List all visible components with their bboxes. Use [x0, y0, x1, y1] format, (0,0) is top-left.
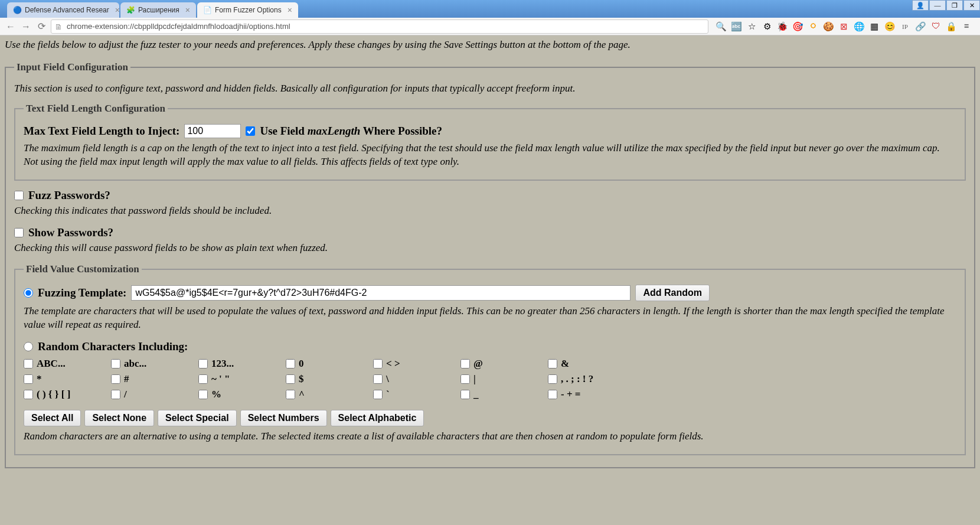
show-passwords-checkbox[interactable]	[14, 228, 24, 237]
extension-icon[interactable]: 🌐	[854, 21, 864, 32]
close-icon[interactable]: ×	[288, 5, 292, 15]
char-option-checkbox[interactable]	[198, 390, 208, 399]
fuzz-passwords-checkbox[interactable]	[14, 191, 24, 200]
tab-title: Расширения	[138, 6, 179, 14]
char-option: ABC...	[24, 358, 106, 370]
window-controls: 👤 — ❐ ✕	[912, 0, 980, 11]
char-option-checkbox[interactable]	[548, 374, 557, 384]
max-length-row: Max Text Field Length to Inject: Use Fie…	[24, 124, 956, 138]
legend-input-config: Input Field Configuration	[14, 61, 130, 73]
char-option-label: \	[386, 373, 389, 385]
browser-tab-2[interactable]: 📄 Form Fuzzer Options ×	[197, 2, 298, 18]
select-alphabetic-button[interactable]: Select Alphabetic	[331, 410, 424, 426]
extension-icon[interactable]: 😊	[884, 21, 895, 32]
char-option-label: /	[124, 389, 127, 400]
browser-toolbar-icons: 🔍 🔤 ☆ ⚙ 🐞 🎯 ⭘ 🍪 ⊠ 🌐 ▦ 😊 IP 🔗 🛡 🔒 ≡	[712, 21, 975, 32]
max-length-input[interactable]	[184, 124, 241, 138]
char-option-checkbox[interactable]	[373, 390, 383, 399]
add-random-button[interactable]: Add Random	[635, 285, 710, 301]
window-minimize-button[interactable]: —	[929, 0, 946, 11]
menu-icon[interactable]: ≡	[961, 21, 972, 32]
extension-icon[interactable]: ⭘	[808, 21, 818, 32]
page-intro-text: Use the fields below to adjust the fuzz …	[5, 39, 975, 51]
extension-icon[interactable]: ▦	[869, 21, 880, 32]
extension-icon[interactable]: 🎯	[792, 21, 803, 32]
window-user-button[interactable]: 👤	[912, 0, 929, 11]
char-option-checkbox[interactable]	[111, 359, 120, 369]
page-content: Use the fields below to adjust the fuzz …	[0, 33, 980, 481]
char-option: \	[373, 373, 456, 385]
browser-tab-1[interactable]: 🧩 Расширения ×	[120, 2, 196, 18]
char-option-checkbox[interactable]	[460, 359, 470, 369]
char-option-checkbox[interactable]	[286, 374, 295, 384]
select-none-button[interactable]: Select None	[84, 410, 154, 426]
fuzzing-template-input[interactable]	[131, 285, 631, 301]
gear-icon[interactable]: ⚙	[762, 21, 772, 32]
translate-icon[interactable]: 🔤	[731, 21, 741, 32]
max-length-help: The maximum field length is a cap on the…	[24, 142, 956, 169]
char-option-checkbox[interactable]	[373, 374, 383, 384]
bookmark-icon[interactable]: ☆	[746, 21, 757, 32]
tab-favicon-icon: 🔵	[13, 6, 21, 14]
show-passwords-label: Show Passwords?	[28, 226, 113, 239]
char-option-label: ( ) { } [ ]	[37, 389, 70, 400]
char-option-checkbox[interactable]	[548, 359, 557, 369]
char-option: < >	[373, 358, 456, 370]
char-option-checkbox[interactable]	[24, 359, 33, 369]
char-option-label: < >	[386, 358, 400, 370]
browser-chrome: 👤 — ❐ ✕ 🔵 Defense Advanced Resear × 🧩 Ра…	[0, 0, 980, 33]
browser-tab-0[interactable]: 🔵 Defense Advanced Resear ×	[7, 2, 119, 18]
extension-icon[interactable]: 🍪	[823, 21, 834, 32]
random-chars-label: Random Characters Including:	[38, 340, 188, 353]
random-chars-radio[interactable]	[24, 342, 33, 351]
address-bar-url: chrome-extension://cbpplldpcdcfejdaldmnf…	[67, 22, 290, 31]
forward-button[interactable]: →	[20, 21, 32, 32]
char-option-checkbox[interactable]	[460, 374, 470, 384]
char-option-checkbox[interactable]	[198, 359, 208, 369]
max-length-label: Max Text Field Length to Inject:	[24, 125, 179, 138]
page-icon: 🗎	[55, 22, 63, 31]
char-option-checkbox[interactable]	[24, 374, 33, 384]
extension-icon[interactable]: IP	[900, 21, 910, 32]
zoom-icon[interactable]: 🔍	[716, 21, 726, 32]
browser-nav-toolbar: ← → ⟳ 🗎 chrome-extension://cbpplldpcdcfe…	[0, 18, 980, 35]
char-option-checkbox[interactable]	[286, 359, 295, 369]
back-button[interactable]: ←	[5, 21, 17, 32]
char-option: @	[460, 358, 543, 370]
select-all-button[interactable]: Select All	[24, 410, 81, 426]
char-option-checkbox[interactable]	[373, 359, 383, 369]
extension-icon[interactable]: 🛡	[930, 21, 941, 32]
char-option: |	[460, 373, 543, 385]
char-option-checkbox[interactable]	[198, 374, 208, 384]
select-special-button[interactable]: Select Special	[158, 410, 237, 426]
extension-icon[interactable]: 🔒	[946, 21, 956, 32]
window-maximize-button[interactable]: ❐	[946, 0, 963, 11]
close-icon[interactable]: ×	[115, 5, 119, 15]
char-option-checkbox[interactable]	[460, 390, 470, 399]
fuzzing-template-radio[interactable]	[24, 288, 33, 298]
char-option-checkbox[interactable]	[111, 374, 120, 384]
select-numbers-button[interactable]: Select Numbers	[240, 410, 327, 426]
browser-tabs: 🔵 Defense Advanced Resear × 🧩 Расширения…	[0, 0, 980, 18]
address-bar[interactable]: 🗎 chrome-extension://cbpplldpcdcfejdaldm…	[51, 19, 708, 34]
char-option: abc...	[111, 358, 194, 370]
extension-icon[interactable]: 🐞	[777, 21, 788, 32]
char-option: ( ) { } [ ]	[24, 389, 106, 400]
use-maxlength-checkbox[interactable]	[246, 126, 255, 136]
show-passwords-help: Checking this will cause password fields…	[14, 242, 966, 255]
char-option-checkbox[interactable]	[111, 390, 120, 399]
extension-icon[interactable]: ⊠	[838, 21, 849, 32]
close-icon[interactable]: ×	[185, 5, 190, 15]
char-option: _	[460, 389, 543, 400]
char-option-checkbox[interactable]	[548, 390, 557, 399]
char-option-label: - + =	[561, 389, 581, 400]
tab-title: Defense Advanced Resear	[25, 6, 109, 14]
char-option-checkbox[interactable]	[24, 390, 33, 399]
char-option-label: %	[211, 389, 221, 400]
extension-icon[interactable]: 🔗	[915, 21, 926, 32]
window-close-button[interactable]: ✕	[963, 0, 980, 11]
random-chars-help: Random characters are an alternative to …	[24, 430, 956, 444]
puzzle-icon: 🧩	[126, 6, 135, 14]
char-option-checkbox[interactable]	[286, 390, 295, 399]
reload-button[interactable]: ⟳	[35, 21, 47, 32]
